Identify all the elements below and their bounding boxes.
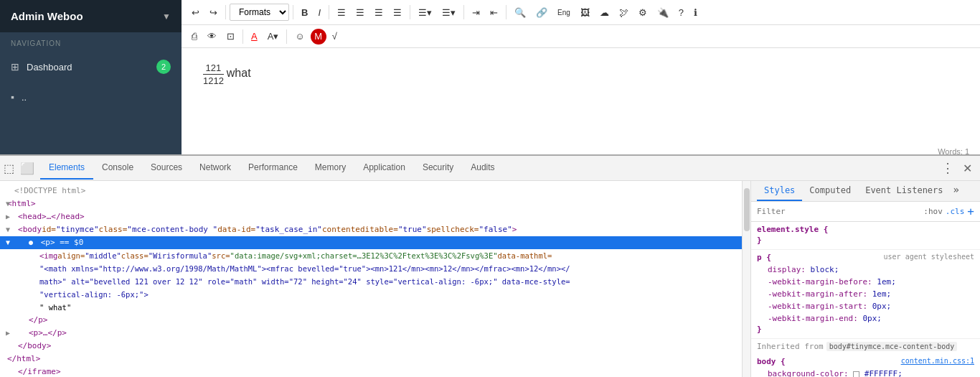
separator8 xyxy=(286,29,287,44)
styles-p-margin-before: -webkit-margin-before: 1em; xyxy=(757,276,974,288)
tab-audits[interactable]: Audits xyxy=(462,157,503,180)
devtools-dock-icon[interactable]: ⬚ xyxy=(4,162,14,175)
devtools-undock-icon[interactable]: ⬜ xyxy=(20,162,34,175)
styles-tab-event-listeners[interactable]: Event Listeners xyxy=(858,181,950,201)
p2-arrow[interactable] xyxy=(6,327,10,339)
outdent-button[interactable]: ⇤ xyxy=(486,4,502,21)
separator1 xyxy=(225,5,226,19)
font-color-button[interactable]: A xyxy=(247,28,262,45)
html-line-html-open[interactable]: <html> xyxy=(0,197,742,210)
tab-security[interactable]: Security xyxy=(414,157,462,180)
sidebar-item-2[interactable]: ▪ .. xyxy=(0,83,182,111)
link-button[interactable]: 🔗 xyxy=(532,4,552,21)
image-button[interactable]: 🖼 xyxy=(576,4,594,21)
align-right-button[interactable]: ☰ xyxy=(370,4,387,21)
bg-color-swatch xyxy=(853,371,859,378)
italic-button[interactable]: I xyxy=(314,4,325,21)
tab-elements[interactable]: Elements xyxy=(40,157,93,180)
devtools-close-icon[interactable]: ✕ xyxy=(958,159,976,178)
styles-tab-bar: Styles Computed Event Listeners » xyxy=(751,181,980,202)
preview-button[interactable]: 👁 xyxy=(203,28,221,45)
html-panel-scrollbar[interactable] xyxy=(742,181,750,377)
scrollbar-thumb[interactable] xyxy=(744,188,750,231)
devtools-more-icon[interactable]: ⋮ xyxy=(937,157,958,179)
styles-p-margin-after: -webkit-margin-after: 1em; xyxy=(757,288,974,300)
inherited-selector[interactable]: body#tinymce.mce-content-body xyxy=(826,342,958,351)
styles-tab-styles[interactable]: Styles xyxy=(757,181,802,201)
tab-memory[interactable]: Memory xyxy=(306,157,354,180)
styles-p-display: display: block; xyxy=(757,264,974,276)
styles-element-selector: element.style { xyxy=(757,225,974,234)
align-left-button[interactable]: ☰ xyxy=(333,4,350,21)
styles-hov-button[interactable]: :hov xyxy=(923,207,943,216)
head-arrow[interactable] xyxy=(6,211,10,223)
html-line-mathml2[interactable]: math>" alt="bevelled 121 over 12 12" rol… xyxy=(0,275,689,288)
sidebar-item-dashboard[interactable]: ⊞ Dashboard 2 xyxy=(0,51,182,83)
formats-dropdown[interactable]: Formats xyxy=(230,4,289,21)
html-line-mathml[interactable]: "<math xmlns="http://www.w3.org/1998/Mat… xyxy=(0,262,689,275)
styles-filter-input[interactable] xyxy=(757,207,920,216)
html-arrow[interactable] xyxy=(6,198,10,210)
sidebar: Admin Weboo ▼ NAVIGATION ⊞ Dashboard 2 ▪… xyxy=(0,0,182,154)
html-line-img[interactable]: <img align="middle" class="Wirisformula"… xyxy=(0,249,689,262)
cloud-button[interactable]: ☁ xyxy=(595,4,613,21)
tab-console[interactable]: Console xyxy=(93,157,142,180)
sidebar-header: Admin Weboo ▼ xyxy=(0,0,182,32)
info-button[interactable]: ℹ xyxy=(689,4,702,21)
undo-button[interactable]: ↩ xyxy=(187,4,204,21)
editor-text: 121 1212 what xyxy=(203,62,958,86)
print-button[interactable]: ⎙ xyxy=(187,28,202,45)
html-line-nbsp[interactable]: " what" xyxy=(0,301,742,314)
styles-tab-computed[interactable]: Computed xyxy=(802,181,858,201)
emoji-button[interactable]: ☺ xyxy=(291,28,308,45)
body-arrow[interactable] xyxy=(6,224,10,236)
ordered-list-button[interactable]: ☰▾ xyxy=(438,4,460,21)
html-line-doctype: <!DOCTYPE html> xyxy=(0,185,742,197)
styles-more-icon[interactable]: » xyxy=(951,181,962,201)
bold-button[interactable]: B xyxy=(297,4,312,21)
html-line-html-close[interactable]: </html> xyxy=(0,353,742,366)
align-justify-button[interactable]: ☰ xyxy=(389,4,406,21)
indent-button[interactable]: ⇥ xyxy=(468,4,484,21)
tool1-button[interactable]: 🕊 xyxy=(615,4,633,21)
html-line-p2[interactable]: <p>…</p> xyxy=(0,327,742,340)
tab-network[interactable]: Network xyxy=(191,157,240,180)
settings-button[interactable]: ⚙ xyxy=(634,4,651,21)
html-line-p-close[interactable]: </p> xyxy=(0,314,742,327)
eng-button[interactable]: Eng xyxy=(553,6,575,19)
html-panel[interactable]: <!DOCTYPE html> <html> <head>…</head> <b… xyxy=(0,181,742,377)
sidebar-title: Admin Weboo xyxy=(11,10,83,22)
html-line-mathml3[interactable]: "vertical-align: -6px;"> xyxy=(0,288,689,301)
html-line-body[interactable]: <body id="tinymce" class="mce-content-bo… xyxy=(0,223,703,236)
dashboard-badge: 2 xyxy=(156,60,171,74)
styles-panel: Styles Computed Event Listeners » :hov .… xyxy=(750,181,980,377)
fraction-display: 121 1212 xyxy=(203,68,227,79)
html-line-p-selected[interactable]: ● <p> == $0 xyxy=(0,236,742,249)
unordered-list-button[interactable]: ☰▾ xyxy=(414,4,436,21)
redo-button[interactable]: ↪ xyxy=(205,4,222,21)
tab-performance[interactable]: Performance xyxy=(240,157,306,180)
styles-filter-bar: :hov .cls + xyxy=(751,202,980,222)
bg-color-button[interactable]: A▾ xyxy=(263,28,283,45)
styles-cls-button[interactable]: .cls xyxy=(946,207,965,216)
editor-content[interactable]: 121 1212 what Words: 1 xyxy=(182,48,980,154)
search-button[interactable]: 🔍 xyxy=(510,4,530,21)
math-button[interactable]: √ xyxy=(328,28,341,45)
styles-rule-body: body { content.min.css:1 background-colo… xyxy=(751,354,980,377)
tab-sources[interactable]: Sources xyxy=(142,157,191,180)
align-center-button[interactable]: ☰ xyxy=(352,4,369,21)
html-line-body-close[interactable]: </body> xyxy=(0,340,742,353)
styles-body-source[interactable]: content.min.css:1 xyxy=(901,357,974,368)
styles-p-margin-start: -webkit-margin-start: 0px; xyxy=(757,300,974,312)
media-button[interactable]: M xyxy=(311,29,326,45)
plugin1-button[interactable]: 🔌 xyxy=(653,4,673,21)
styles-p-margin-end: -webkit-margin-end: 0px; xyxy=(757,312,974,325)
word-count: Words: 1 xyxy=(938,147,969,154)
tab-application[interactable]: Application xyxy=(354,157,414,180)
html-line-iframe-close[interactable]: </iframe> xyxy=(0,366,742,377)
styles-body-bg: background-color: #FFFFFF; xyxy=(757,368,974,377)
html-line-head[interactable]: <head>…</head> xyxy=(0,210,742,223)
styles-add-button[interactable]: + xyxy=(967,205,974,218)
fullscreen-button[interactable]: ⊡ xyxy=(222,28,239,45)
help-button[interactable]: ? xyxy=(674,4,688,21)
